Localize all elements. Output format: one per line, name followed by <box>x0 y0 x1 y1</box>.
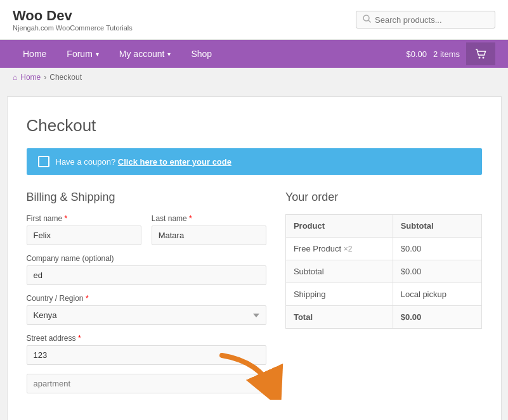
street-required: * <box>78 334 81 343</box>
order-subtotal-cell: $0.00 <box>393 260 481 283</box>
order-subtotal-cell: $0.00 <box>393 306 481 329</box>
first-name-group: First name * <box>27 214 141 245</box>
company-label: Company name (optional) <box>27 254 266 263</box>
company-group: Company name (optional) <box>27 254 266 285</box>
breadcrumb-home[interactable]: Home <box>20 73 41 82</box>
col-product-header: Product <box>285 215 393 238</box>
last-name-group: Last name * <box>152 214 266 245</box>
order-product-cell: Free Product ×2 <box>285 238 393 260</box>
nav-my-account[interactable]: My account ▾ <box>109 40 181 68</box>
cart-item-count: 2 items <box>433 49 460 59</box>
col-subtotal-header: Subtotal <box>393 215 481 238</box>
cart-icon <box>475 49 486 59</box>
street-group: Street address * <box>27 334 266 365</box>
first-name-label: First name * <box>27 214 141 223</box>
billing-title: Billing & Shipping <box>27 191 266 204</box>
forum-dropdown-icon: ▾ <box>96 51 99 58</box>
coupon-icon <box>38 156 49 167</box>
last-name-label: Last name * <box>152 214 266 223</box>
svg-point-0 <box>363 15 369 21</box>
home-icon: ⌂ <box>13 73 17 82</box>
breadcrumb: ⌂ Home › Checkout <box>0 68 508 87</box>
site-header: Woo Dev Njengah.com WooCommerce Tutorial… <box>0 0 508 40</box>
breadcrumb-separator: › <box>44 73 46 82</box>
main-content: Checkout Have a coupon? Click here to en… <box>7 96 502 420</box>
order-product-cell: Total <box>285 306 393 329</box>
street-label: Street address * <box>27 334 266 343</box>
main-nav: Home Forum ▾ My account ▾ Shop $0.00 2 i… <box>0 40 508 68</box>
orange-arrow <box>209 349 285 400</box>
order-table: Product Subtotal Free Product ×2$0.00Sub… <box>285 214 482 329</box>
svg-point-3 <box>483 57 485 59</box>
search-input[interactable] <box>375 15 488 25</box>
order-subtotal-cell: Local pickup <box>393 283 481 306</box>
country-select[interactable]: Kenya Uganda Tanzania USA <box>27 305 266 325</box>
cart-icon-button[interactable] <box>466 42 495 65</box>
cart-summary[interactable]: $0.00 2 items <box>407 42 495 65</box>
svg-line-1 <box>368 20 371 23</box>
order-title: Your order <box>285 191 482 204</box>
breadcrumb-current: Checkout <box>49 73 82 82</box>
name-row: First name * Last name * <box>27 214 266 245</box>
page-title: Checkout <box>27 116 482 136</box>
cart-price: $0.00 <box>407 49 427 59</box>
my-account-dropdown-icon: ▾ <box>167 51 171 58</box>
order-section: Your order Product Subtotal Free Product… <box>285 191 482 402</box>
coupon-banner: Have a coupon? Click here to enter your … <box>27 148 482 175</box>
country-label: Country / Region * <box>27 294 266 303</box>
first-name-input[interactable] <box>27 226 141 245</box>
site-branding: Woo Dev Njengah.com WooCommerce Tutorial… <box>13 8 133 32</box>
last-name-required: * <box>189 214 192 223</box>
svg-point-2 <box>479 57 481 59</box>
order-subtotal-cell: $0.00 <box>393 238 481 260</box>
last-name-input[interactable] <box>152 226 266 245</box>
company-input[interactable] <box>27 265 266 285</box>
billing-section: Billing & Shipping First name * Last nam… <box>27 191 266 402</box>
order-product-cell: Shipping <box>285 283 393 306</box>
coupon-link[interactable]: Click here to enter your code <box>118 157 231 167</box>
first-name-required: * <box>65 214 68 223</box>
site-title: Woo Dev <box>13 8 133 24</box>
site-subtitle: Njengah.com WooCommerce Tutorials <box>13 24 133 32</box>
search-icon <box>363 15 371 25</box>
search-bar[interactable] <box>356 11 495 29</box>
nav-forum[interactable]: Forum ▾ <box>56 40 108 68</box>
country-required: * <box>86 294 89 303</box>
country-group: Country / Region * Kenya Uganda Tanzania… <box>27 294 266 325</box>
coupon-text: Have a coupon? Click here to enter your … <box>56 157 231 167</box>
order-product-cell: Subtotal <box>285 260 393 283</box>
nav-home[interactable]: Home <box>13 40 56 68</box>
nav-shop[interactable]: Shop <box>181 40 222 68</box>
checkout-layout: Billing & Shipping First name * Last nam… <box>27 191 482 402</box>
